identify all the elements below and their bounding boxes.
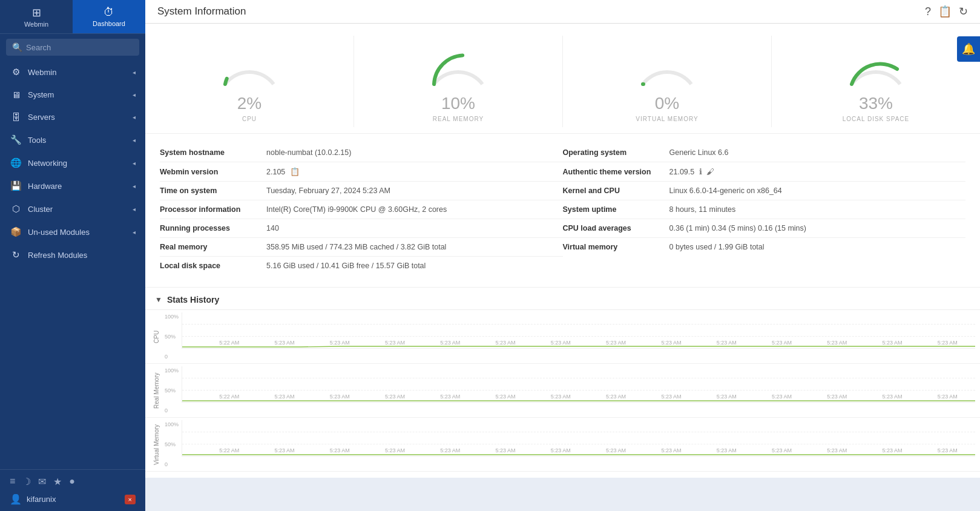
os-value: Generic Linux 6.6 <box>669 148 729 157</box>
chart-label-real-memory: Real Memory <box>150 366 162 415</box>
chevron-icon: ◂ <box>133 69 136 76</box>
grid-line <box>182 324 975 325</box>
sidebar-item-webmin[interactable]: ⚙ Webmin ◂ <box>0 61 145 84</box>
sidebar-user: 👤 kifarunix × <box>10 493 136 505</box>
info-row-webmin-version: Webmin version 2.105 📋 <box>160 162 563 182</box>
kernel-value: Linux 6.6.0-14-generic on x86_64 <box>669 186 782 195</box>
sidebar-item-networking[interactable]: 🌐 Networking ◂ <box>0 151 145 174</box>
user-avatar-icon: 👤 <box>10 493 22 505</box>
sidebar-item-tools[interactable]: 🔧 Tools ◂ <box>0 128 145 151</box>
gauge-local-disk: 33% LOCAL DISK SPACE <box>772 36 980 127</box>
sidebar-icon-theme[interactable]: ☽ <box>22 476 31 487</box>
sidebar-item-servers[interactable]: 🗄 Servers ◂ <box>0 106 145 128</box>
local-disk-gauge-label: LOCAL DISK SPACE <box>843 116 909 122</box>
load-value: 0.36 (1 min) 0.34 (5 mins) 0.16 (15 mins… <box>669 224 806 232</box>
webmin-icon: ⊞ <box>32 6 41 19</box>
disk-label: Local disk space <box>160 262 257 270</box>
sidebar-item-label: Tools <box>28 136 127 145</box>
virtual-memory-chart-plot: 5:22 AM 5:23 AM 5:23 AM 5:23 AM 5:23 AM … <box>182 420 975 457</box>
search-icon: 🔍 <box>12 42 22 52</box>
refresh-nav-icon: ↻ <box>10 249 22 260</box>
sidebar-item-label: Webmin <box>28 68 127 77</box>
search-box[interactable]: 🔍 <box>6 39 139 56</box>
real-memory-gauge-value: 10% <box>441 94 475 113</box>
webmin-tab-label: Webmin <box>24 21 48 28</box>
search-input[interactable] <box>26 43 133 52</box>
sidebar-item-system[interactable]: 🖥 System ◂ <box>0 84 145 106</box>
system-nav-icon: 🖥 <box>10 90 22 100</box>
virtual-memory-gauge-label: VIRTUAL MEMORY <box>636 116 698 122</box>
info-icon[interactable]: ℹ <box>699 167 702 176</box>
disk-value: 5.16 GiB used / 10.41 GiB free / 15.57 G… <box>266 262 426 270</box>
cpu-gauge-svg <box>213 42 286 90</box>
collapse-icon[interactable]: ▼ <box>155 295 162 304</box>
chart-label-virtual-memory: Virtual Memory <box>150 420 162 469</box>
sidebar-icon-favorites[interactable]: ★ <box>53 476 62 487</box>
real-memory-y-labels: 100% 50% 0 <box>162 366 182 415</box>
virtual-memory-y-labels: 100% 50% 0 <box>162 420 182 469</box>
grid-line <box>182 378 975 378</box>
sidebar-icon-mail[interactable]: ✉ <box>38 476 46 487</box>
copy-icon[interactable]: 📋 <box>290 167 300 176</box>
grid-line <box>182 444 975 444</box>
brush-icon[interactable]: 🖌 <box>706 167 714 176</box>
cpu-y-labels: 100% 50% 0 <box>162 312 182 361</box>
logout-button[interactable]: × <box>125 495 136 504</box>
sidebar-icon-menu[interactable]: ≡ <box>10 476 15 487</box>
main-content: System Information ? 📋 ↻ 2% CPU 10% REAL… <box>145 0 980 511</box>
chevron-icon: ◂ <box>133 206 136 213</box>
webmin-nav-icon: ⚙ <box>10 67 22 77</box>
tools-nav-icon: 🔧 <box>10 134 22 145</box>
sidebar-tab-webmin[interactable]: ⊞ Webmin <box>0 0 73 33</box>
virtual-memory-x-labels: 5:22 AM 5:23 AM 5:23 AM 5:23 AM 5:23 AM … <box>202 445 975 456</box>
sidebar: ⊞ Webmin ⏱ Dashboard 🔍 ⚙ Webmin ◂ 🖥 Syst… <box>0 0 145 511</box>
theme-version-label: Authentic theme version <box>563 168 660 176</box>
help-icon[interactable]: ? <box>925 5 931 18</box>
processor-value: Intel(R) Core(TM) i9-9900K CPU @ 3.60GHz… <box>266 205 447 214</box>
sidebar-item-label: System <box>28 90 127 99</box>
real-memory-gauge-svg <box>422 42 495 90</box>
gauge-virtual-memory: 0% VIRTUAL MEMORY <box>563 36 772 127</box>
refresh-icon[interactable]: ↻ <box>959 5 968 18</box>
stats-history-header: ▼ Stats History <box>145 288 980 310</box>
gauge-real-memory: 10% REAL MEMORY <box>354 36 563 127</box>
info-row-time: Time on system Tuesday, February 27, 202… <box>160 182 563 200</box>
info-row-processor: Processor information Intel(R) Core(TM) … <box>160 200 563 219</box>
real-memory-chart-plot: 5:22 AM 5:23 AM 5:23 AM 5:23 AM 5:23 AM … <box>182 366 975 403</box>
notification-bell[interactable]: 🔔 <box>957 36 980 62</box>
uptime-label: System uptime <box>563 205 660 214</box>
sidebar-item-label: Hardware <box>28 182 127 191</box>
load-label: CPU load averages <box>563 224 660 232</box>
dashboard-tab-label: Dashboard <box>93 20 125 27</box>
info-row-kernel: Kernel and CPU Linux 6.6.0-14-generic on… <box>563 182 966 200</box>
cpu-gauge-label: CPU <box>242 116 257 122</box>
sidebar-item-hardware[interactable]: 💾 Hardware ◂ <box>0 174 145 197</box>
processes-value: 140 <box>266 224 279 232</box>
sidebar-header: ⊞ Webmin ⏱ Dashboard <box>0 0 145 34</box>
username-label: kifarunix <box>27 495 56 504</box>
sidebar-item-unused-modules[interactable]: 📦 Un-used Modules ◂ <box>0 220 145 243</box>
chevron-icon: ◂ <box>133 160 136 166</box>
page-title: System Information <box>157 5 246 18</box>
sidebar-item-label: Un-used Modules <box>28 228 127 237</box>
hostname-label: System hostname <box>160 148 257 157</box>
info-row-os: Operating system Generic Linux 6.6 <box>563 143 966 162</box>
info-row-hostname: System hostname noble-numbat (10.0.2.15) <box>160 143 563 162</box>
modules-nav-icon: 📦 <box>10 226 22 237</box>
cluster-nav-icon: ⬡ <box>10 203 22 214</box>
sidebar-footer-icons: ≡ ☽ ✉ ★ ● <box>10 476 136 487</box>
info-row-load: CPU load averages 0.36 (1 min) 0.34 (5 m… <box>563 219 966 238</box>
hostname-value: noble-numbat (10.0.2.15) <box>266 148 351 157</box>
sidebar-footer: ≡ ☽ ✉ ★ ● 👤 kifarunix × <box>0 469 145 511</box>
chart-label-cpu: CPU <box>150 312 162 361</box>
virtual-memory-gauge-value: 0% <box>655 94 679 113</box>
info-row-processes: Running processes 140 <box>160 219 563 238</box>
local-disk-gauge-value: 33% <box>859 94 893 113</box>
sidebar-tab-dashboard[interactable]: ⏱ Dashboard <box>73 0 145 33</box>
sidebar-item-cluster[interactable]: ⬡ Cluster ◂ <box>0 197 145 220</box>
clipboard-icon[interactable]: 📋 <box>938 5 952 18</box>
sidebar-icon-settings[interactable]: ● <box>69 476 75 487</box>
sidebar-item-label: Servers <box>28 113 127 122</box>
sidebar-item-refresh-modules[interactable]: ↻ Refresh Modules <box>0 243 145 266</box>
webmin-version-value: 2.105 📋 <box>266 167 300 176</box>
